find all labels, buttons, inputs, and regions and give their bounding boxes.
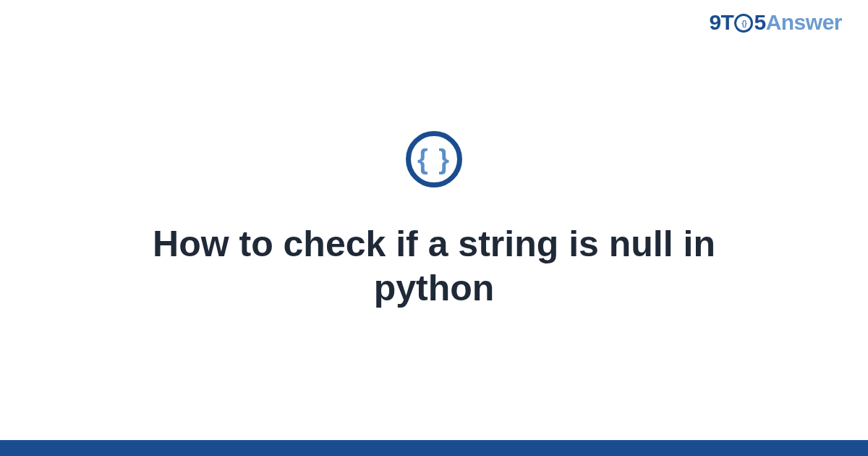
code-braces-icon: { }	[406, 131, 462, 187]
braces-glyph: { }	[417, 144, 451, 175]
main-content: { } How to check if a string is null in …	[0, 0, 868, 442]
footer-bar	[0, 440, 868, 456]
page-title: How to check if a string is null in pyth…	[90, 222, 778, 311]
